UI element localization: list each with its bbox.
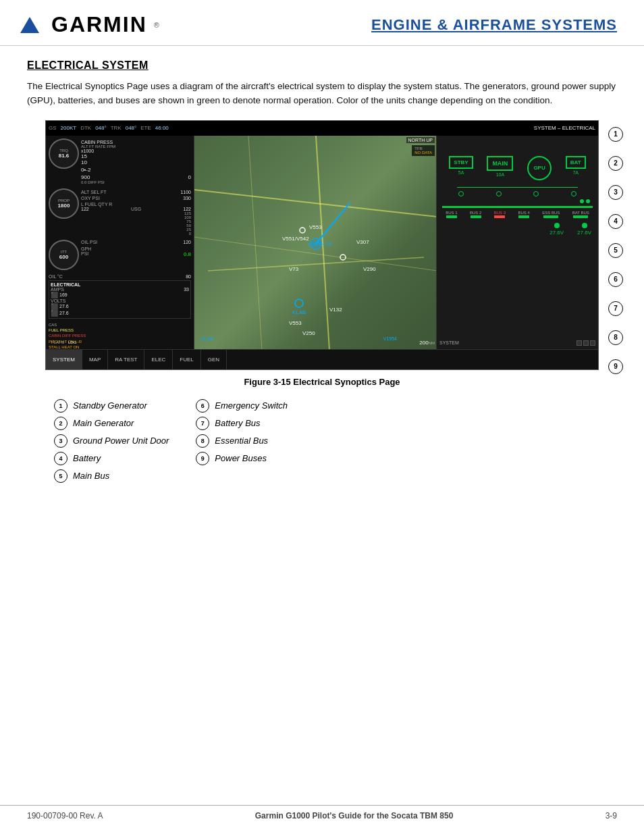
itt-gauge: ITT 600 xyxy=(49,240,79,270)
svg-text:V553: V553 xyxy=(289,320,302,326)
cb-stby xyxy=(458,191,464,197)
legend-label-8: Essential Bus xyxy=(215,436,268,446)
callout-6: 6 xyxy=(608,272,623,287)
svg-line-0 xyxy=(194,190,437,217)
legend-item-3: 3 Ground Power Unit Door xyxy=(54,434,169,448)
battery: BAT 7A xyxy=(566,156,586,175)
cb-main xyxy=(496,191,502,197)
svg-text:V73: V73 xyxy=(289,266,299,272)
svg-text:NORTH UP: NORTH UP xyxy=(308,242,333,246)
logo-trademark: ® xyxy=(154,21,159,29)
map-area: V553 V551/V542 V73 V307 V290 V132 V553 V… xyxy=(194,136,437,349)
footer-title: Garmin G1000 Pilot's Guide for the Socat… xyxy=(255,811,454,820)
callout-4: 4 xyxy=(608,214,623,229)
legend-item-8: 8 Essential Bus xyxy=(196,434,288,448)
emrg-sw-dot1 xyxy=(580,199,584,203)
instrument-panel: TRQ 81.6 CABIN PRESS ALT FT RATE FPM x10… xyxy=(46,136,194,349)
intro-paragraph: The Electrical Synoptics Page uses a dia… xyxy=(27,80,617,108)
screenshot-wrapper: GS 200KT DTK 048° TRK 048° ETE 46:00 SYS… xyxy=(45,120,599,370)
callout-2: 2 xyxy=(608,156,623,171)
callout-numbers: 1 2 3 4 5 6 7 8 9 xyxy=(608,127,623,374)
svg-line-2 xyxy=(208,257,424,271)
svg-text:KLAB: KLAB xyxy=(292,309,306,315)
stby-generator: STBY 5A xyxy=(449,156,473,175)
page-content: ELECTRICAL SYSTEM The Electrical Synopti… xyxy=(0,46,644,496)
svg-text:V132: V132 xyxy=(329,307,342,313)
figure-caption: Figure 3-15 Electrical Synoptics Page xyxy=(27,377,617,387)
logo-area: GARMIN ® xyxy=(20,12,159,37)
main-bus-bar xyxy=(442,206,593,208)
emrg-sw-dot2 xyxy=(586,199,590,203)
legend-item-2: 2 Main Generator xyxy=(54,417,169,430)
tab-map[interactable]: MAP xyxy=(82,350,108,369)
tab-gen[interactable]: GEN xyxy=(201,350,227,369)
trk-label: TRK xyxy=(111,125,122,131)
legend-label-3: Ground Power Unit Door xyxy=(73,436,169,446)
footer-page-number: 3-9 xyxy=(606,811,617,820)
logo-triangle-icon xyxy=(20,17,39,33)
svg-text:V307: V307 xyxy=(356,239,369,245)
svg-point-15 xyxy=(295,299,303,307)
legend-item-5: 5 Main Bus xyxy=(54,469,169,483)
svg-text:V250: V250 xyxy=(302,330,315,336)
screenshot-container: GS 200KT DTK 048° TRK 048° ETE 46:00 SYS… xyxy=(27,120,617,370)
tab-system[interactable]: SYSTEM xyxy=(46,350,82,369)
page-title: ENGINE & AIRFRAME SYSTEMS xyxy=(371,16,617,34)
page-header: GARMIN ® ENGINE & AIRFRAME SYSTEMS xyxy=(0,0,644,46)
legend-label-5: Main Bus xyxy=(73,471,109,481)
callout-5: 5 xyxy=(608,243,623,258)
legend-left-column: 1 Standby Generator 2 Main Generator 3 G… xyxy=(54,399,169,483)
legend-label-7: Battery Bus xyxy=(215,418,260,428)
legend-item-4: 4 Battery xyxy=(54,452,169,465)
gpu-door: GPU xyxy=(527,156,552,182)
bat-bus-indicator xyxy=(582,223,587,228)
tq-gauge: TRQ 81.6 xyxy=(49,138,79,169)
tab-elec[interactable]: ELEC xyxy=(144,350,173,369)
legend-num-3: 3 xyxy=(54,434,68,448)
svg-text:V553: V553 xyxy=(309,224,322,230)
page-footer: 190-00709-00 Rev. A Garmin G1000 Pilot's… xyxy=(0,805,644,820)
legend-num-8: 8 xyxy=(196,434,209,448)
garmin-logo: GARMIN xyxy=(51,12,147,37)
svg-text:V551/V542: V551/V542 xyxy=(282,236,309,242)
legend-num-9: 9 xyxy=(196,452,209,465)
callout-1: 1 xyxy=(608,127,623,142)
legend-num-2: 2 xyxy=(54,417,68,430)
system-electrical-label: SYSTEM – ELECTRICAL xyxy=(534,125,595,131)
screenshot-frame: GS 200KT DTK 048° TRK 048° ETE 46:00 SYS… xyxy=(45,120,599,370)
ete-label: ETE xyxy=(140,125,151,131)
legend-item-6: 6 Emergency Switch xyxy=(196,399,288,413)
callout-3: 3 xyxy=(608,185,623,200)
legend-label-2: Main Generator xyxy=(73,418,134,428)
legend-right-column: 6 Emergency Switch 7 Battery Bus 8 Essen… xyxy=(196,399,288,483)
ete-value: 46:00 xyxy=(155,125,169,131)
legend-item-7: 7 Battery Bus xyxy=(196,417,288,430)
legend-num-6: 6 xyxy=(196,399,209,413)
main-generator: MAIN 10A xyxy=(487,156,513,177)
prop-gauge: PROP 1800 xyxy=(49,188,79,219)
callout-9: 9 xyxy=(608,359,623,374)
bottom-tabs-bar: SYSTEM MAP RA TEST ELEC FUEL GEN xyxy=(46,349,598,369)
callout-7: 7 xyxy=(608,301,623,316)
legend-label-1: Standby Generator xyxy=(73,400,147,411)
tab-ratest[interactable]: RA TEST xyxy=(108,350,144,369)
trk-value: 048° xyxy=(126,125,137,131)
gs-value: 200KT xyxy=(61,125,77,131)
cb-bat xyxy=(571,191,576,197)
svg-line-3 xyxy=(248,136,262,349)
legend-num-1: 1 xyxy=(54,399,68,413)
svg-point-5 xyxy=(300,228,305,233)
cb-gpu xyxy=(533,191,539,197)
legend-container: 1 Standby Generator 2 Main Generator 3 G… xyxy=(54,399,590,483)
tab-fuel[interactable]: FUEL xyxy=(173,350,200,369)
elec-synoptics-panel: STBY 5A MAIN 10A GPU xyxy=(436,136,598,349)
legend-item-1: 1 Standby Generator xyxy=(54,399,169,413)
top-strip: GS 200KT DTK 048° TRK 048° ETE 46:00 SYS… xyxy=(46,121,598,136)
callout-8: 8 xyxy=(608,330,623,345)
legend-label-6: Emergency Switch xyxy=(215,400,288,411)
legend-label-9: Power Buses xyxy=(215,453,267,463)
legend-label-4: Battery xyxy=(73,453,101,463)
ess-bus-indicator xyxy=(554,223,560,228)
legend-num-5: 5 xyxy=(54,469,68,483)
dtk-value: 048° xyxy=(95,125,107,131)
